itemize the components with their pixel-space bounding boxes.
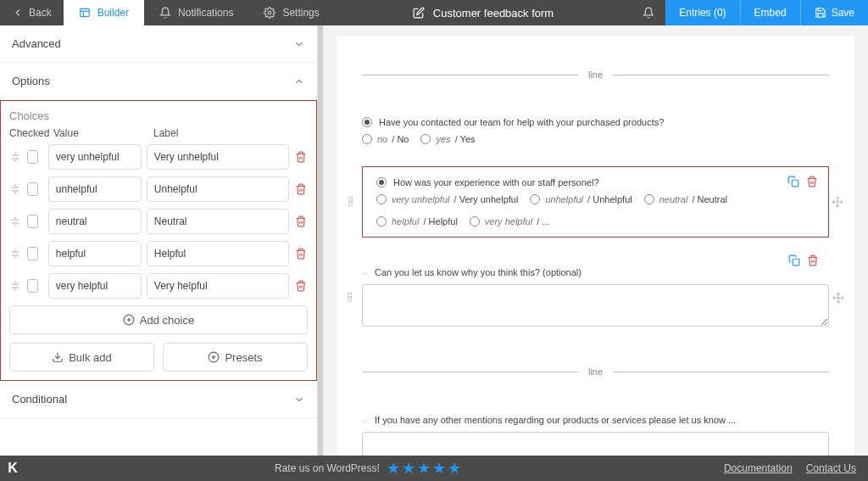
radio-option[interactable]	[362, 134, 372, 144]
tab-builder-label: Builder	[97, 7, 129, 19]
option-label: helpful / Helpful	[392, 216, 458, 227]
contact-link[interactable]: Contact Us	[806, 462, 856, 474]
drag-handle-icon[interactable]	[9, 216, 22, 227]
col-checked: Checked	[9, 127, 53, 139]
trash-icon[interactable]	[807, 254, 819, 266]
plus-circle-icon	[208, 351, 220, 363]
embed-button[interactable]: Embed	[740, 0, 800, 25]
choice-label-input[interactable]	[147, 241, 289, 266]
page-title[interactable]: Customer feedback form	[433, 7, 554, 20]
drag-handle-icon[interactable]	[9, 184, 22, 194]
topbar: Back Builder Notifications Settings Cust…	[0, 0, 868, 25]
trash-icon[interactable]	[294, 151, 308, 163]
chevron-left-icon	[12, 7, 24, 19]
tab-builder[interactable]: Builder	[64, 0, 144, 25]
entries-button[interactable]: Entries (0)	[665, 0, 739, 25]
save-icon	[815, 7, 826, 19]
line-field: line	[362, 341, 829, 402]
move-icon[interactable]	[832, 196, 843, 208]
entries-label: Entries (0)	[679, 7, 726, 19]
form-canvas[interactable]: line Have you contacted our team for hel…	[318, 25, 868, 456]
logo: K	[0, 461, 25, 476]
add-choice-button[interactable]: Add choice	[9, 305, 308, 334]
radio-option[interactable]	[420, 134, 431, 144]
checkbox[interactable]	[27, 182, 38, 196]
checkbox[interactable]	[27, 150, 38, 164]
checkbox[interactable]	[27, 279, 38, 293]
question-contact-title: Have you contacted our team for help wit…	[379, 117, 664, 127]
tab-settings-label: Settings	[282, 7, 319, 19]
chevron-up-icon	[293, 76, 305, 87]
choice-label-input[interactable]	[147, 273, 289, 299]
choice-value-input[interactable]	[48, 176, 142, 202]
star-rating[interactable]: ★★★★★	[387, 459, 463, 478]
back-button[interactable]: Back	[0, 0, 64, 25]
presets-button[interactable]: Presets	[163, 343, 308, 372]
choices-panel: Choices Checked Value Label Add choice	[0, 100, 317, 381]
choice-value-input[interactable]	[48, 273, 142, 299]
radio-option[interactable]	[644, 194, 654, 204]
accordion-options[interactable]: Options	[0, 63, 317, 100]
choice-label-input[interactable]	[147, 144, 289, 170]
duplicate-icon[interactable]	[787, 176, 799, 187]
radio-option[interactable]	[376, 216, 387, 227]
trash-icon[interactable]	[294, 183, 308, 195]
radio-option[interactable]	[376, 194, 387, 204]
line-label: line	[588, 366, 603, 377]
choice-row	[9, 209, 308, 234]
choice-label-input[interactable]	[147, 209, 289, 234]
presets-label: Presets	[225, 351, 262, 364]
choice-value-input[interactable]	[48, 209, 142, 234]
question-why-title: Can you let us know why you think this? …	[375, 267, 581, 277]
choice-label-input[interactable]	[147, 176, 289, 202]
plus-circle-icon	[123, 314, 135, 326]
drag-handle-icon[interactable]	[9, 281, 22, 291]
download-icon	[52, 351, 64, 363]
drag-handle-icon[interactable]: ⠿⠿	[348, 198, 354, 206]
accordion-options-label: Options	[12, 75, 50, 87]
accordion-advanced[interactable]: Advanced	[0, 25, 317, 63]
drag-handle-icon[interactable]	[9, 249, 22, 259]
question-contact[interactable]: Have you contacted our team for help wit…	[362, 105, 829, 156]
radio-option[interactable]	[530, 194, 540, 204]
drag-handle-icon[interactable]: ⠿⠿	[347, 294, 353, 302]
question-why[interactable]: ⠿⠿ ⌵Can you let us know why you think th…	[362, 254, 829, 341]
choice-value-input[interactable]	[48, 241, 142, 266]
page-title-area: Customer feedback form	[335, 7, 632, 20]
checkbox[interactable]	[27, 247, 38, 260]
question-mentions-title: If you have any other mentions regarding…	[375, 415, 736, 425]
option-label: neutral / Neutral	[659, 194, 727, 204]
notif-bell[interactable]	[632, 7, 665, 19]
svg-rect-26	[793, 259, 799, 266]
radio-icon	[376, 177, 387, 187]
mentions-textarea[interactable]	[362, 432, 829, 456]
question-experience[interactable]: ⠿⠿ How was your experience with our staf…	[362, 166, 829, 238]
embed-label: Embed	[754, 7, 787, 19]
trash-icon[interactable]	[294, 248, 308, 260]
trash-icon[interactable]	[294, 280, 308, 292]
textarea-icon: ⌵	[362, 414, 368, 425]
why-textarea[interactable]	[362, 284, 829, 327]
chevron-down-icon	[293, 38, 305, 50]
radio-option[interactable]	[470, 216, 480, 227]
bulk-add-button[interactable]: Bulk add	[9, 343, 154, 372]
save-button[interactable]: Save	[800, 0, 868, 25]
move-icon[interactable]	[832, 292, 844, 304]
drag-handle-icon[interactable]	[9, 152, 22, 162]
trash-icon[interactable]	[806, 176, 818, 187]
duplicate-icon[interactable]	[788, 254, 800, 266]
checkbox[interactable]	[27, 215, 38, 228]
option-label: very helpful / ...	[485, 216, 550, 227]
radio-icon	[362, 117, 372, 127]
tab-notifications[interactable]: Notifications	[144, 0, 248, 25]
documentation-link[interactable]: Documentation	[724, 462, 793, 474]
choice-value-input[interactable]	[48, 144, 142, 170]
tab-settings[interactable]: Settings	[248, 0, 334, 25]
option-label: no / No	[377, 134, 409, 144]
svg-point-3	[269, 11, 272, 14]
tab-notifications-label: Notifications	[178, 7, 233, 19]
question-mentions[interactable]: ⌵If you have any other mentions regardin…	[362, 402, 829, 456]
back-label: Back	[29, 7, 52, 19]
accordion-conditional[interactable]: Conditional	[0, 381, 317, 418]
trash-icon[interactable]	[294, 215, 308, 227]
